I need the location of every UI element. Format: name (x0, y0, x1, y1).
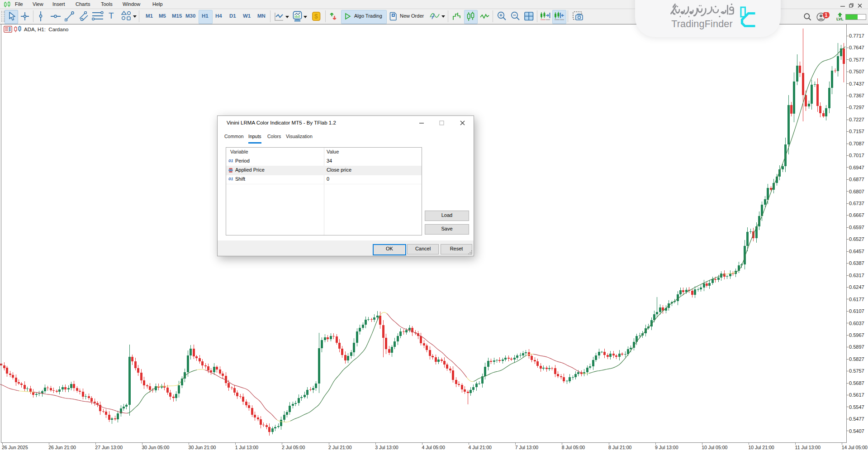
svg-text:0.5617: 0.5617 (849, 392, 864, 398)
svg-text:0.6107: 0.6107 (849, 308, 864, 314)
svg-text:0.5407: 0.5407 (849, 428, 864, 434)
svg-text:0.6177: 0.6177 (849, 297, 864, 302)
svg-text:9 Jul 13:00: 9 Jul 13:00 (655, 445, 678, 450)
svg-text:0.7577: 0.7577 (849, 57, 864, 62)
svg-text:4 Jul 05:00: 4 Jul 05:00 (422, 445, 445, 450)
svg-text:0.5967: 0.5967 (849, 332, 864, 338)
svg-text:0.6947: 0.6947 (849, 165, 864, 170)
svg-text:26 Jun 21:00: 26 Jun 21:00 (48, 445, 76, 450)
svg-text:0.5477: 0.5477 (849, 416, 864, 422)
svg-text:0.6317: 0.6317 (849, 273, 864, 278)
svg-text:14 Jul 05:00: 14 Jul 05:00 (842, 445, 868, 450)
svg-text:0.7367: 0.7367 (849, 93, 864, 98)
svg-text:2 Jul 21:00: 2 Jul 21:00 (328, 445, 352, 450)
svg-text:0.6247: 0.6247 (849, 284, 864, 290)
svg-text:0.6597: 0.6597 (849, 225, 864, 230)
svg-text:30 Jun 05:00: 30 Jun 05:00 (142, 445, 170, 450)
svg-text:11 Jul 13:00: 11 Jul 13:00 (795, 445, 821, 450)
svg-text:30 Jun 21:00: 30 Jun 21:00 (189, 445, 216, 450)
svg-text:8 Jul 05:00: 8 Jul 05:00 (562, 445, 585, 450)
svg-text:1: 1 (825, 12, 828, 18)
svg-text:8 Jul 21:00: 8 Jul 21:00 (608, 445, 632, 450)
svg-text:10 Jul 05:00: 10 Jul 05:00 (702, 445, 727, 450)
svg-text:4 Jul 21:00: 4 Jul 21:00 (469, 445, 492, 450)
svg-text:0.6737: 0.6737 (849, 201, 864, 206)
svg-text:0.5827: 0.5827 (849, 356, 864, 362)
svg-text:2 Jul 05:00: 2 Jul 05:00 (282, 445, 305, 450)
svg-text:0.6387: 0.6387 (849, 260, 864, 266)
svg-text:0.7017: 0.7017 (849, 153, 864, 158)
svg-text:0.7227: 0.7227 (849, 117, 864, 122)
svg-text:0.6527: 0.6527 (849, 236, 864, 242)
svg-text:0.7157: 0.7157 (849, 129, 864, 134)
svg-text:26 Jun 2025: 26 Jun 2025 (2, 445, 28, 450)
svg-text:0.7087: 0.7087 (849, 141, 864, 146)
svg-text:0.6877: 0.6877 (849, 177, 864, 182)
svg-text:10 Jul 21:00: 10 Jul 21:00 (748, 445, 774, 450)
svg-text:7 Jul 13:00: 7 Jul 13:00 (515, 445, 539, 450)
svg-text:0.5687: 0.5687 (849, 380, 864, 386)
svg-text:0.7507: 0.7507 (849, 69, 864, 74)
svg-text:0.5897: 0.5897 (849, 344, 864, 350)
svg-text:3 Jul 13:00: 3 Jul 13:00 (375, 445, 398, 450)
svg-text:0.6667: 0.6667 (849, 212, 864, 218)
svg-text:0.7437: 0.7437 (849, 81, 864, 86)
svg-text:0.6037: 0.6037 (849, 321, 864, 326)
svg-text:0.7297: 0.7297 (849, 105, 864, 110)
svg-text:0.5757: 0.5757 (849, 368, 864, 374)
svg-text:1 Jul 13:00: 1 Jul 13:00 (235, 445, 259, 450)
svg-text:LVL: LVL (836, 17, 843, 21)
svg-text:0.6807: 0.6807 (849, 189, 864, 194)
svg-text:0.5547: 0.5547 (849, 404, 864, 410)
svg-text:0.6457: 0.6457 (849, 249, 864, 254)
svg-text:27 Jun 13:00: 27 Jun 13:00 (95, 445, 123, 450)
